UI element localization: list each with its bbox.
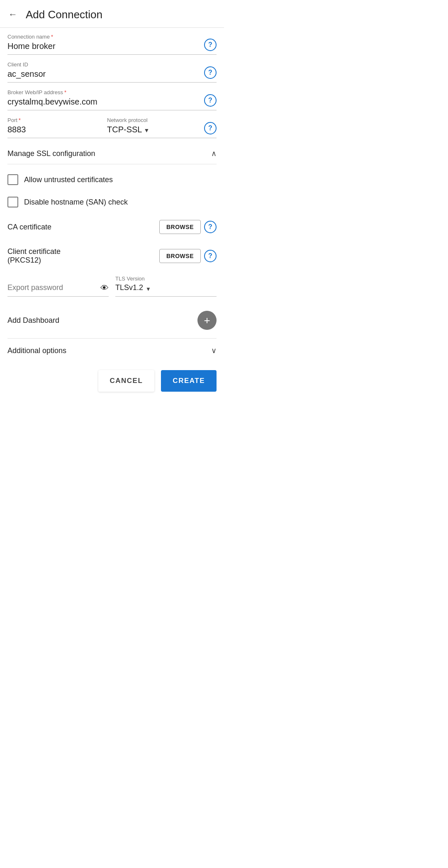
broker-address-input[interactable] — [7, 97, 200, 110]
add-dashboard-label: Add Dashboard — [7, 316, 59, 325]
additional-options-label: Additional options — [7, 346, 66, 355]
required-star-port: * — [19, 117, 21, 123]
tls-version-field: TLS Version TLSv1.2 ▼ — [115, 276, 217, 297]
client-certificate-help-icon[interactable]: ? — [204, 250, 217, 262]
disable-hostname-row: Disable hostname (SAN) check — [7, 191, 217, 213]
client-certificate-label: Client certificate(PKCS12) — [7, 247, 61, 265]
protocol-field: Network protocol TCP-SSL ▼ — [107, 117, 200, 138]
protocol-select-row: TCP-SSL ▼ — [107, 125, 200, 138]
broker-address-help-icon[interactable]: ? — [204, 94, 217, 107]
connection-name-help-icon[interactable]: ? — [204, 39, 217, 51]
ssl-section: Manage SSL configuration ∧ Allow untrust… — [7, 141, 217, 301]
broker-address-label: Broker Web/IP address * — [7, 89, 200, 95]
client-id-inner: Client ID — [7, 61, 200, 82]
client-id-input[interactable] — [7, 69, 200, 82]
protocol-help-icon[interactable]: ? — [204, 122, 217, 134]
ca-certificate-browse-button[interactable]: BROWSE — [159, 220, 201, 234]
ssl-body: Allow untrusted certificates Disable hos… — [7, 164, 217, 301]
additional-options-row[interactable]: Additional options ∨ — [7, 338, 217, 363]
allow-untrusted-label: Allow untrusted certificates — [24, 176, 113, 184]
connection-name-label: Connection name * — [7, 34, 200, 40]
page-title: Add Connection — [26, 8, 102, 21]
ca-certificate-label: CA certificate — [7, 223, 51, 232]
ca-certificate-actions: BROWSE ? — [159, 220, 217, 234]
client-id-label: Client ID — [7, 61, 200, 68]
disable-hostname-checkbox[interactable] — [7, 197, 18, 207]
tls-select-row: TLSv1.2 ▼ — [115, 283, 217, 296]
connection-name-inner: Connection name * — [7, 34, 200, 54]
client-id-help-icon[interactable]: ? — [204, 66, 217, 79]
cancel-button[interactable]: CANCEL — [98, 370, 155, 392]
tls-chevron-icon[interactable]: ▼ — [146, 286, 151, 292]
protocol-label: Network protocol — [107, 117, 200, 123]
required-star: * — [51, 34, 53, 40]
port-field: Port * — [7, 117, 100, 138]
port-protocol-row: Port * Network protocol TCP-SSL ▼ ? — [7, 111, 217, 138]
disable-hostname-label: Disable hostname (SAN) check — [24, 198, 128, 207]
ssl-title: Manage SSL configuration — [7, 149, 95, 158]
client-certificate-row: Client certificate(PKCS12) BROWSE ? — [7, 241, 217, 271]
export-password-input[interactable] — [7, 283, 100, 296]
ca-certificate-row: CA certificate BROWSE ? — [7, 213, 217, 241]
client-certificate-browse-button[interactable]: BROWSE — [159, 249, 201, 263]
port-label: Port * — [7, 117, 100, 123]
connection-name-field: Connection name * ? — [7, 28, 217, 55]
additional-options-chevron-icon: ∨ — [211, 346, 217, 355]
export-password-field: 👁 — [7, 283, 109, 297]
header: ← Add Connection — [0, 0, 224, 28]
port-input[interactable] — [7, 125, 100, 138]
back-button[interactable]: ← — [7, 7, 19, 22]
tls-version-label: TLS Version — [115, 276, 217, 282]
form-area: Connection name * ? Client ID ? Broker W… — [0, 28, 224, 403]
allow-untrusted-checkbox[interactable] — [7, 174, 18, 185]
protocol-chevron-icon[interactable]: ▼ — [144, 127, 149, 134]
create-button[interactable]: CREATE — [161, 370, 217, 392]
protocol-value: TCP-SSL — [107, 125, 142, 138]
connection-name-input[interactable] — [7, 41, 200, 54]
buttons-row: CANCEL CREATE — [7, 363, 217, 403]
ssl-header[interactable]: Manage SSL configuration ∧ — [7, 141, 217, 164]
add-dashboard-row: Add Dashboard + — [7, 301, 217, 338]
tls-version-value: TLSv1.2 — [115, 283, 143, 292]
allow-untrusted-row: Allow untrusted certificates — [7, 168, 217, 191]
ca-certificate-help-icon[interactable]: ? — [204, 221, 217, 233]
client-certificate-actions: BROWSE ? — [159, 249, 217, 263]
eye-icon[interactable]: 👁 — [100, 283, 109, 293]
required-star-broker: * — [64, 89, 66, 95]
broker-address-field: Broker Web/IP address * ? — [7, 83, 217, 110]
ssl-chevron-icon: ∧ — [211, 149, 217, 158]
client-id-field: Client ID ? — [7, 56, 217, 83]
broker-address-inner: Broker Web/IP address * — [7, 89, 200, 110]
add-dashboard-button[interactable]: + — [197, 311, 217, 330]
